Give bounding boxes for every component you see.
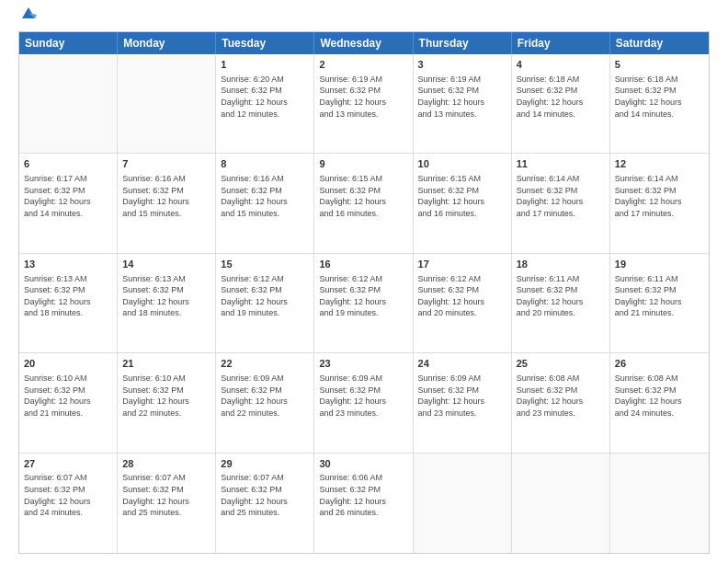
day-number: 4 [517,58,605,72]
day-info: Sunrise: 6:12 AM Sunset: 6:32 PM Dayligh… [221,273,309,319]
calendar-cell: 27Sunrise: 6:07 AM Sunset: 6:32 PM Dayli… [19,454,118,553]
calendar-cell: 14Sunrise: 6:13 AM Sunset: 6:32 PM Dayli… [118,254,216,352]
calendar-cell: 11Sunrise: 6:14 AM Sunset: 6:32 PM Dayli… [512,154,610,252]
calendar-cell: 6Sunrise: 6:17 AM Sunset: 6:32 PM Daylig… [19,154,118,252]
day-number: 15 [221,258,309,271]
day-info: Sunrise: 6:10 AM Sunset: 6:32 PM Dayligh… [24,373,112,419]
day-number: 21 [122,357,210,371]
day-info: Sunrise: 6:09 AM Sunset: 6:32 PM Dayligh… [319,373,407,419]
calendar-cell: 29Sunrise: 6:07 AM Sunset: 6:32 PM Dayli… [216,454,314,553]
weekday-header: Tuesday [216,32,314,54]
day-number: 13 [24,258,112,271]
day-number: 16 [319,258,407,271]
calendar-cell: 22Sunrise: 6:09 AM Sunset: 6:32 PM Dayli… [216,353,314,452]
day-info: Sunrise: 6:13 AM Sunset: 6:32 PM Dayligh… [122,273,210,319]
calendar-row: 20Sunrise: 6:10 AM Sunset: 6:32 PM Dayli… [19,353,709,453]
calendar-row: 1Sunrise: 6:20 AM Sunset: 6:32 PM Daylig… [19,54,709,154]
day-number: 10 [418,157,506,171]
calendar-cell: 3Sunrise: 6:19 AM Sunset: 6:32 PM Daylig… [414,54,512,153]
day-number: 20 [24,357,112,371]
day-number: 30 [319,457,407,471]
day-info: Sunrise: 6:20 AM Sunset: 6:32 PM Dayligh… [221,74,309,120]
day-info: Sunrise: 6:18 AM Sunset: 6:32 PM Dayligh… [517,74,605,120]
day-number: 11 [517,157,605,171]
calendar-cell: 25Sunrise: 6:08 AM Sunset: 6:32 PM Dayli… [512,353,610,452]
day-info: Sunrise: 6:08 AM Sunset: 6:32 PM Dayligh… [517,373,605,419]
day-number: 5 [615,58,704,72]
day-info: Sunrise: 6:16 AM Sunset: 6:32 PM Dayligh… [122,173,210,219]
calendar-cell [118,54,216,153]
day-number: 7 [122,157,210,171]
day-info: Sunrise: 6:11 AM Sunset: 6:32 PM Dayligh… [615,273,704,319]
calendar-cell: 30Sunrise: 6:06 AM Sunset: 6:32 PM Dayli… [314,454,413,553]
calendar-header: SundayMondayTuesdayWednesdayThursdayFrid… [19,32,709,54]
day-info: Sunrise: 6:17 AM Sunset: 6:32 PM Dayligh… [24,173,112,219]
logo-icon [20,6,37,22]
day-info: Sunrise: 6:19 AM Sunset: 6:32 PM Dayligh… [418,74,506,120]
day-number: 8 [221,157,309,171]
day-number: 1 [221,58,309,72]
day-number: 19 [615,258,704,271]
weekday-header: Thursday [414,32,512,54]
calendar-body: 1Sunrise: 6:20 AM Sunset: 6:32 PM Daylig… [19,54,709,553]
calendar-cell: 9Sunrise: 6:15 AM Sunset: 6:32 PM Daylig… [314,154,413,252]
day-number: 14 [122,258,210,271]
day-number: 26 [615,357,704,371]
day-info: Sunrise: 6:15 AM Sunset: 6:32 PM Dayligh… [418,173,506,219]
day-number: 25 [517,357,605,371]
weekday-header: Monday [118,32,216,54]
day-number: 29 [221,457,309,471]
calendar-cell: 16Sunrise: 6:12 AM Sunset: 6:32 PM Dayli… [314,254,413,352]
day-info: Sunrise: 6:09 AM Sunset: 6:32 PM Dayligh… [418,373,506,419]
day-number: 6 [24,157,112,171]
day-info: Sunrise: 6:14 AM Sunset: 6:32 PM Dayligh… [615,173,704,219]
day-info: Sunrise: 6:08 AM Sunset: 6:32 PM Dayligh… [615,373,704,419]
calendar-cell [512,454,610,553]
calendar-row: 13Sunrise: 6:13 AM Sunset: 6:32 PM Dayli… [19,254,709,353]
calendar-cell: 20Sunrise: 6:10 AM Sunset: 6:32 PM Dayli… [19,353,118,452]
day-number: 9 [319,157,407,171]
calendar-cell: 7Sunrise: 6:16 AM Sunset: 6:32 PM Daylig… [118,154,216,252]
calendar-cell: 28Sunrise: 6:07 AM Sunset: 6:32 PM Dayli… [118,454,216,553]
calendar-cell [414,454,512,553]
day-info: Sunrise: 6:18 AM Sunset: 6:32 PM Dayligh… [615,74,704,120]
weekday-header: Sunday [19,32,118,54]
day-number: 22 [221,357,309,371]
calendar-cell: 5Sunrise: 6:18 AM Sunset: 6:32 PM Daylig… [610,54,709,153]
day-number: 27 [24,457,112,471]
day-info: Sunrise: 6:07 AM Sunset: 6:32 PM Dayligh… [122,472,210,518]
day-number: 28 [122,457,210,471]
calendar-cell: 13Sunrise: 6:13 AM Sunset: 6:32 PM Dayli… [19,254,118,352]
calendar-cell: 8Sunrise: 6:16 AM Sunset: 6:32 PM Daylig… [216,154,314,252]
calendar-cell: 24Sunrise: 6:09 AM Sunset: 6:32 PM Dayli… [414,353,512,452]
day-number: 18 [517,258,605,271]
day-number: 12 [615,157,704,171]
page-header [18,15,710,22]
day-info: Sunrise: 6:16 AM Sunset: 6:32 PM Dayligh… [221,173,309,219]
day-number: 23 [319,357,407,371]
logo [18,15,37,22]
weekday-header: Saturday [610,32,709,54]
calendar-row: 27Sunrise: 6:07 AM Sunset: 6:32 PM Dayli… [19,454,709,553]
day-info: Sunrise: 6:09 AM Sunset: 6:32 PM Dayligh… [221,373,309,419]
day-info: Sunrise: 6:12 AM Sunset: 6:32 PM Dayligh… [418,273,506,319]
calendar-cell: 19Sunrise: 6:11 AM Sunset: 6:32 PM Dayli… [610,254,709,352]
calendar-cell: 10Sunrise: 6:15 AM Sunset: 6:32 PM Dayli… [414,154,512,252]
day-info: Sunrise: 6:14 AM Sunset: 6:32 PM Dayligh… [517,173,605,219]
calendar-cell: 2Sunrise: 6:19 AM Sunset: 6:32 PM Daylig… [314,54,413,153]
calendar-cell: 18Sunrise: 6:11 AM Sunset: 6:32 PM Dayli… [512,254,610,352]
day-info: Sunrise: 6:07 AM Sunset: 6:32 PM Dayligh… [24,472,112,518]
calendar-cell: 4Sunrise: 6:18 AM Sunset: 6:32 PM Daylig… [512,54,610,153]
day-info: Sunrise: 6:11 AM Sunset: 6:32 PM Dayligh… [517,273,605,319]
day-number: 17 [418,258,506,271]
weekday-header: Wednesday [314,32,413,54]
day-number: 2 [319,58,407,72]
day-number: 3 [418,58,506,72]
calendar: SundayMondayTuesdayWednesdayThursdayFrid… [18,31,710,554]
calendar-row: 6Sunrise: 6:17 AM Sunset: 6:32 PM Daylig… [19,154,709,253]
calendar-cell: 15Sunrise: 6:12 AM Sunset: 6:32 PM Dayli… [216,254,314,352]
day-info: Sunrise: 6:06 AM Sunset: 6:32 PM Dayligh… [319,472,407,518]
day-info: Sunrise: 6:07 AM Sunset: 6:32 PM Dayligh… [221,472,309,518]
calendar-cell: 1Sunrise: 6:20 AM Sunset: 6:32 PM Daylig… [216,54,314,153]
day-info: Sunrise: 6:15 AM Sunset: 6:32 PM Dayligh… [319,173,407,219]
